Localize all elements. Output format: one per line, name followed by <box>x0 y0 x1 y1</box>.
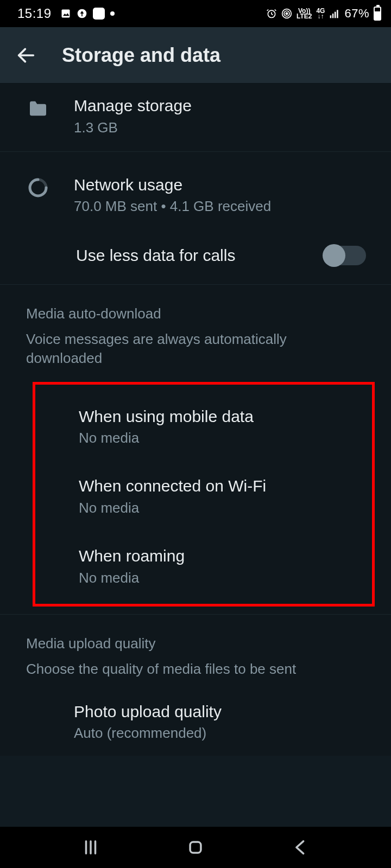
network-usage-sub: 70.0 MB sent • 4.1 GB received <box>74 197 378 216</box>
app-bar: Storage and data <box>0 27 391 84</box>
mobile-data-title: When using mobile data <box>79 406 359 427</box>
svg-rect-9 <box>335 12 336 18</box>
volte-icon: Vo))LTE2 <box>297 8 312 19</box>
use-less-data-item[interactable]: Use less data for calls <box>0 229 391 284</box>
svg-rect-11 <box>190 842 201 853</box>
photo-upload-quality-title: Photo upload quality <box>74 701 378 722</box>
signal-icon <box>329 8 340 19</box>
photo-upload-quality-sub: Auto (recommended) <box>74 724 378 743</box>
media-auto-download-header: Media auto-download <box>26 305 365 322</box>
settings-content: Manage storage 1.3 GB Network usage 70.0… <box>0 84 391 756</box>
photo-upload-quality-item[interactable]: Photo upload quality Auto (recommended) <box>0 688 391 756</box>
media-upload-quality-desc: Choose the quality of media files to be … <box>26 660 365 679</box>
network-usage-title: Network usage <box>74 175 378 195</box>
mobile-data-sub: No media <box>79 429 359 448</box>
nav-bar <box>0 827 391 868</box>
battery-icon <box>374 7 381 21</box>
manage-storage-title: Manage storage <box>74 95 378 116</box>
back-button[interactable] <box>13 42 39 68</box>
alarm-icon <box>266 8 277 19</box>
use-less-data-title: Use less data for calls <box>76 245 324 266</box>
svg-rect-0 <box>61 10 70 18</box>
wifi-sub: No media <box>79 499 359 518</box>
home-button[interactable] <box>182 834 209 860</box>
media-auto-download-desc: Voice messages are always automatically … <box>26 330 365 368</box>
wifi-item[interactable]: When connected on Wi-Fi No media <box>35 462 372 532</box>
folder-icon <box>26 97 50 120</box>
image-icon <box>60 8 71 19</box>
roaming-item[interactable]: When roaming No media <box>35 532 372 602</box>
svg-rect-7 <box>330 15 332 18</box>
battery-percent: 67% <box>344 7 369 21</box>
media-upload-quality-header: Media upload quality <box>26 635 365 652</box>
status-bar: 15:19 Vo))LTE2 4G↓↑ 67% <box>0 0 391 27</box>
auto-download-highlight: When using mobile data No media When con… <box>33 382 375 607</box>
network-type-icon: 4G↓↑ <box>316 8 325 19</box>
status-time: 15:19 <box>17 6 52 21</box>
svg-rect-10 <box>337 10 339 18</box>
svg-point-4 <box>286 12 287 14</box>
network-usage-item[interactable]: Network usage 70.0 MB sent • 4.1 GB rece… <box>0 152 391 229</box>
manage-storage-sub: 1.3 GB <box>74 118 378 137</box>
app-icon <box>93 8 105 20</box>
media-upload-quality-section: Media upload quality Choose the quality … <box>0 615 391 688</box>
svg-rect-8 <box>332 14 334 18</box>
update-icon <box>77 8 87 19</box>
media-auto-download-section: Media auto-download Voice messages are a… <box>0 285 391 378</box>
manage-storage-item[interactable]: Manage storage 1.3 GB <box>0 84 391 151</box>
data-usage-icon <box>26 176 50 200</box>
nav-back-button[interactable] <box>287 834 313 860</box>
mobile-data-item[interactable]: When using mobile data No media <box>35 392 372 462</box>
use-less-data-toggle[interactable] <box>324 246 366 265</box>
wifi-title: When connected on Wi-Fi <box>79 476 359 496</box>
roaming-sub: No media <box>79 569 359 588</box>
roaming-title: When roaming <box>79 546 359 566</box>
recents-button[interactable] <box>78 834 104 860</box>
page-title: Storage and data <box>62 44 220 67</box>
hotspot-icon <box>281 8 292 19</box>
more-dot-icon <box>110 11 115 16</box>
